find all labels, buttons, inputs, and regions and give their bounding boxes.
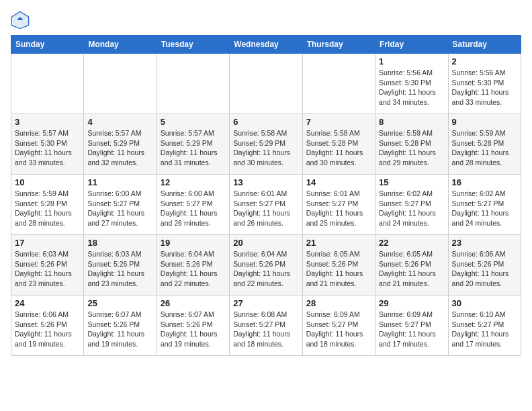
day-number: 9 <box>452 117 517 127</box>
day-info: Sunrise: 6:07 AM Sunset: 5:26 PM Dayligh… <box>161 310 226 349</box>
day-number: 6 <box>233 117 298 127</box>
calendar-header-friday: Friday <box>375 36 448 54</box>
day-number: 16 <box>452 177 517 187</box>
calendar-cell: 6Sunrise: 5:58 AM Sunset: 5:29 PM Daylig… <box>230 114 302 175</box>
calendar-cell: 8Sunrise: 5:59 AM Sunset: 5:28 PM Daylig… <box>375 114 448 175</box>
logo-icon <box>11 11 30 30</box>
day-number: 2 <box>452 56 517 66</box>
calendar-header-saturday: Saturday <box>448 36 521 54</box>
calendar-cell: 24Sunrise: 6:06 AM Sunset: 5:26 PM Dayli… <box>11 295 84 356</box>
day-number: 30 <box>452 298 517 308</box>
page-header <box>11 11 521 30</box>
day-info: Sunrise: 6:06 AM Sunset: 5:26 PM Dayligh… <box>452 249 517 289</box>
day-info: Sunrise: 6:08 AM Sunset: 5:27 PM Dayligh… <box>233 310 298 349</box>
day-number: 27 <box>233 298 298 308</box>
day-number: 17 <box>15 238 80 248</box>
day-number: 10 <box>15 177 80 187</box>
day-info: Sunrise: 6:06 AM Sunset: 5:26 PM Dayligh… <box>15 310 80 349</box>
calendar-cell: 22Sunrise: 6:05 AM Sunset: 5:26 PM Dayli… <box>375 235 448 295</box>
day-info: Sunrise: 5:57 AM Sunset: 5:30 PM Dayligh… <box>15 128 80 168</box>
day-number: 5 <box>161 117 226 127</box>
calendar-cell: 13Sunrise: 6:01 AM Sunset: 5:27 PM Dayli… <box>230 175 302 235</box>
day-info: Sunrise: 6:07 AM Sunset: 5:26 PM Dayligh… <box>87 310 152 349</box>
calendar-cell: 7Sunrise: 5:58 AM Sunset: 5:28 PM Daylig… <box>302 114 375 175</box>
calendar-cell: 21Sunrise: 6:05 AM Sunset: 5:26 PM Dayli… <box>302 235 375 295</box>
day-number: 3 <box>15 117 80 127</box>
calendar-week-row: 24Sunrise: 6:06 AM Sunset: 5:26 PM Dayli… <box>11 295 521 356</box>
day-number: 13 <box>233 177 298 187</box>
day-info: Sunrise: 6:00 AM Sunset: 5:27 PM Dayligh… <box>87 189 152 228</box>
day-number: 28 <box>306 298 371 308</box>
day-number: 12 <box>161 177 226 187</box>
day-info: Sunrise: 6:03 AM Sunset: 5:26 PM Dayligh… <box>87 249 152 289</box>
calendar-cell: 18Sunrise: 6:03 AM Sunset: 5:26 PM Dayli… <box>84 235 157 295</box>
calendar-cell <box>302 54 375 114</box>
calendar-week-row: 3Sunrise: 5:57 AM Sunset: 5:30 PM Daylig… <box>11 114 521 175</box>
day-number: 21 <box>306 238 371 248</box>
day-number: 29 <box>379 298 444 308</box>
day-number: 26 <box>161 298 226 308</box>
day-info: Sunrise: 5:57 AM Sunset: 5:29 PM Dayligh… <box>87 128 152 168</box>
day-number: 24 <box>15 298 80 308</box>
calendar-cell: 15Sunrise: 6:02 AM Sunset: 5:27 PM Dayli… <box>375 175 448 235</box>
calendar-cell: 5Sunrise: 5:57 AM Sunset: 5:29 PM Daylig… <box>157 114 229 175</box>
day-info: Sunrise: 6:05 AM Sunset: 5:26 PM Dayligh… <box>379 249 444 289</box>
day-number: 25 <box>87 298 152 308</box>
day-info: Sunrise: 5:59 AM Sunset: 5:28 PM Dayligh… <box>15 189 80 228</box>
day-number: 4 <box>87 117 152 127</box>
calendar-cell: 11Sunrise: 6:00 AM Sunset: 5:27 PM Dayli… <box>84 175 157 235</box>
calendar-cell: 30Sunrise: 6:10 AM Sunset: 5:27 PM Dayli… <box>448 295 521 356</box>
calendar-week-row: 1Sunrise: 5:56 AM Sunset: 5:30 PM Daylig… <box>11 54 521 114</box>
calendar-week-row: 17Sunrise: 6:03 AM Sunset: 5:26 PM Dayli… <box>11 235 521 295</box>
day-info: Sunrise: 5:56 AM Sunset: 5:30 PM Dayligh… <box>452 68 517 107</box>
day-info: Sunrise: 6:02 AM Sunset: 5:27 PM Dayligh… <box>452 189 517 228</box>
logo <box>11 11 32 30</box>
calendar-cell: 27Sunrise: 6:08 AM Sunset: 5:27 PM Dayli… <box>230 295 302 356</box>
day-number: 18 <box>87 238 152 248</box>
calendar-cell <box>157 54 229 114</box>
day-number: 7 <box>306 117 371 127</box>
calendar-cell: 29Sunrise: 6:09 AM Sunset: 5:27 PM Dayli… <box>375 295 448 356</box>
day-info: Sunrise: 6:03 AM Sunset: 5:26 PM Dayligh… <box>15 249 80 289</box>
day-info: Sunrise: 6:02 AM Sunset: 5:27 PM Dayligh… <box>379 189 444 228</box>
day-info: Sunrise: 6:09 AM Sunset: 5:27 PM Dayligh… <box>306 310 371 349</box>
calendar-header-thursday: Thursday <box>302 36 375 54</box>
calendar-week-row: 10Sunrise: 5:59 AM Sunset: 5:28 PM Dayli… <box>11 175 521 235</box>
day-number: 15 <box>379 177 444 187</box>
day-info: Sunrise: 6:01 AM Sunset: 5:27 PM Dayligh… <box>233 189 298 228</box>
calendar-header-row: SundayMondayTuesdayWednesdayThursdayFrid… <box>11 36 521 54</box>
day-number: 11 <box>87 177 152 187</box>
calendar-cell: 20Sunrise: 6:04 AM Sunset: 5:26 PM Dayli… <box>230 235 302 295</box>
day-info: Sunrise: 6:01 AM Sunset: 5:27 PM Dayligh… <box>306 189 371 228</box>
day-info: Sunrise: 5:59 AM Sunset: 5:28 PM Dayligh… <box>452 128 517 168</box>
day-number: 8 <box>379 117 444 127</box>
calendar-cell: 23Sunrise: 6:06 AM Sunset: 5:26 PM Dayli… <box>448 235 521 295</box>
day-info: Sunrise: 5:58 AM Sunset: 5:28 PM Dayligh… <box>306 128 371 168</box>
calendar-cell: 14Sunrise: 6:01 AM Sunset: 5:27 PM Dayli… <box>302 175 375 235</box>
calendar-cell: 3Sunrise: 5:57 AM Sunset: 5:30 PM Daylig… <box>11 114 84 175</box>
calendar-cell: 9Sunrise: 5:59 AM Sunset: 5:28 PM Daylig… <box>448 114 521 175</box>
calendar-header-tuesday: Tuesday <box>157 36 229 54</box>
day-info: Sunrise: 6:00 AM Sunset: 5:27 PM Dayligh… <box>161 189 226 228</box>
calendar-header-wednesday: Wednesday <box>230 36 302 54</box>
calendar-cell: 26Sunrise: 6:07 AM Sunset: 5:26 PM Dayli… <box>157 295 229 356</box>
day-number: 23 <box>452 238 517 248</box>
day-number: 22 <box>379 238 444 248</box>
day-info: Sunrise: 6:04 AM Sunset: 5:26 PM Dayligh… <box>233 249 298 289</box>
day-number: 1 <box>379 56 444 66</box>
day-info: Sunrise: 5:56 AM Sunset: 5:30 PM Dayligh… <box>379 68 444 107</box>
day-number: 14 <box>306 177 371 187</box>
calendar-cell: 16Sunrise: 6:02 AM Sunset: 5:27 PM Dayli… <box>448 175 521 235</box>
day-info: Sunrise: 5:59 AM Sunset: 5:28 PM Dayligh… <box>379 128 444 168</box>
calendar-header-sunday: Sunday <box>11 36 84 54</box>
calendar-cell: 2Sunrise: 5:56 AM Sunset: 5:30 PM Daylig… <box>448 54 521 114</box>
day-number: 20 <box>233 238 298 248</box>
calendar-cell <box>11 54 84 114</box>
calendar-cell: 12Sunrise: 6:00 AM Sunset: 5:27 PM Dayli… <box>157 175 229 235</box>
calendar-cell: 17Sunrise: 6:03 AM Sunset: 5:26 PM Dayli… <box>11 235 84 295</box>
day-info: Sunrise: 5:57 AM Sunset: 5:29 PM Dayligh… <box>161 128 226 168</box>
day-info: Sunrise: 6:04 AM Sunset: 5:26 PM Dayligh… <box>161 249 226 289</box>
day-info: Sunrise: 6:05 AM Sunset: 5:26 PM Dayligh… <box>306 249 371 289</box>
day-info: Sunrise: 5:58 AM Sunset: 5:29 PM Dayligh… <box>233 128 298 168</box>
calendar-cell: 19Sunrise: 6:04 AM Sunset: 5:26 PM Dayli… <box>157 235 229 295</box>
